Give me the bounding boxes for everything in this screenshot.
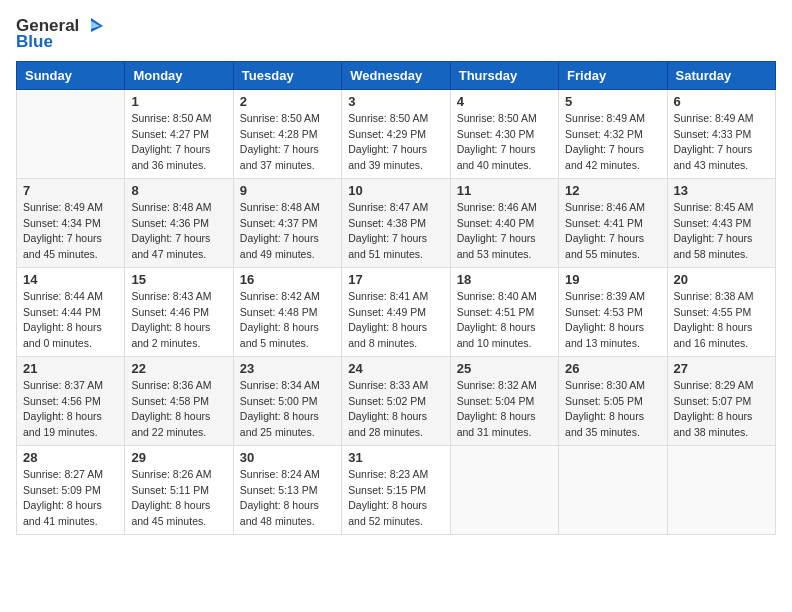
calendar-day-cell: 5 Sunrise: 8:49 AMSunset: 4:32 PMDayligh… xyxy=(559,89,667,178)
calendar-day-cell: 22 Sunrise: 8:36 AMSunset: 4:58 PMDaylig… xyxy=(125,356,233,445)
calendar-day-cell xyxy=(17,89,125,178)
calendar-day-cell: 9 Sunrise: 8:48 AMSunset: 4:37 PMDayligh… xyxy=(233,178,341,267)
day-header-saturday: Saturday xyxy=(667,61,775,89)
calendar-day-cell xyxy=(559,445,667,534)
day-number: 20 xyxy=(674,272,769,287)
day-info: Sunrise: 8:41 AMSunset: 4:49 PMDaylight:… xyxy=(348,289,443,352)
day-number: 7 xyxy=(23,183,118,198)
day-number: 19 xyxy=(565,272,660,287)
day-info: Sunrise: 8:27 AMSunset: 5:09 PMDaylight:… xyxy=(23,467,118,530)
calendar-day-cell: 23 Sunrise: 8:34 AMSunset: 5:00 PMDaylig… xyxy=(233,356,341,445)
calendar-day-cell: 25 Sunrise: 8:32 AMSunset: 5:04 PMDaylig… xyxy=(450,356,558,445)
day-info: Sunrise: 8:23 AMSunset: 5:15 PMDaylight:… xyxy=(348,467,443,530)
calendar-day-cell: 21 Sunrise: 8:37 AMSunset: 4:56 PMDaylig… xyxy=(17,356,125,445)
day-info: Sunrise: 8:46 AMSunset: 4:40 PMDaylight:… xyxy=(457,200,552,263)
day-header-monday: Monday xyxy=(125,61,233,89)
day-number: 8 xyxy=(131,183,226,198)
day-number: 12 xyxy=(565,183,660,198)
day-number: 4 xyxy=(457,94,552,109)
day-info: Sunrise: 8:24 AMSunset: 5:13 PMDaylight:… xyxy=(240,467,335,530)
day-info: Sunrise: 8:45 AMSunset: 4:43 PMDaylight:… xyxy=(674,200,769,263)
day-number: 16 xyxy=(240,272,335,287)
calendar-table: SundayMondayTuesdayWednesdayThursdayFrid… xyxy=(16,61,776,535)
day-header-friday: Friday xyxy=(559,61,667,89)
calendar-header-row: SundayMondayTuesdayWednesdayThursdayFrid… xyxy=(17,61,776,89)
day-number: 11 xyxy=(457,183,552,198)
day-info: Sunrise: 8:49 AMSunset: 4:34 PMDaylight:… xyxy=(23,200,118,263)
logo-blue-text: Blue xyxy=(16,32,103,52)
day-number: 15 xyxy=(131,272,226,287)
day-number: 22 xyxy=(131,361,226,376)
calendar-week-row: 14 Sunrise: 8:44 AMSunset: 4:44 PMDaylig… xyxy=(17,267,776,356)
calendar-day-cell: 15 Sunrise: 8:43 AMSunset: 4:46 PMDaylig… xyxy=(125,267,233,356)
day-info: Sunrise: 8:49 AMSunset: 4:32 PMDaylight:… xyxy=(565,111,660,174)
day-info: Sunrise: 8:34 AMSunset: 5:00 PMDaylight:… xyxy=(240,378,335,441)
calendar-day-cell: 17 Sunrise: 8:41 AMSunset: 4:49 PMDaylig… xyxy=(342,267,450,356)
day-info: Sunrise: 8:48 AMSunset: 4:36 PMDaylight:… xyxy=(131,200,226,263)
day-info: Sunrise: 8:26 AMSunset: 5:11 PMDaylight:… xyxy=(131,467,226,530)
day-number: 27 xyxy=(674,361,769,376)
calendar-day-cell: 10 Sunrise: 8:47 AMSunset: 4:38 PMDaylig… xyxy=(342,178,450,267)
calendar-day-cell: 13 Sunrise: 8:45 AMSunset: 4:43 PMDaylig… xyxy=(667,178,775,267)
calendar-day-cell: 14 Sunrise: 8:44 AMSunset: 4:44 PMDaylig… xyxy=(17,267,125,356)
day-info: Sunrise: 8:48 AMSunset: 4:37 PMDaylight:… xyxy=(240,200,335,263)
calendar-day-cell: 8 Sunrise: 8:48 AMSunset: 4:36 PMDayligh… xyxy=(125,178,233,267)
calendar-day-cell: 7 Sunrise: 8:49 AMSunset: 4:34 PMDayligh… xyxy=(17,178,125,267)
calendar-day-cell: 2 Sunrise: 8:50 AMSunset: 4:28 PMDayligh… xyxy=(233,89,341,178)
day-header-tuesday: Tuesday xyxy=(233,61,341,89)
day-info: Sunrise: 8:33 AMSunset: 5:02 PMDaylight:… xyxy=(348,378,443,441)
day-info: Sunrise: 8:37 AMSunset: 4:56 PMDaylight:… xyxy=(23,378,118,441)
calendar-day-cell: 20 Sunrise: 8:38 AMSunset: 4:55 PMDaylig… xyxy=(667,267,775,356)
day-info: Sunrise: 8:50 AMSunset: 4:27 PMDaylight:… xyxy=(131,111,226,174)
calendar-week-row: 7 Sunrise: 8:49 AMSunset: 4:34 PMDayligh… xyxy=(17,178,776,267)
day-number: 18 xyxy=(457,272,552,287)
day-info: Sunrise: 8:36 AMSunset: 4:58 PMDaylight:… xyxy=(131,378,226,441)
calendar-day-cell: 28 Sunrise: 8:27 AMSunset: 5:09 PMDaylig… xyxy=(17,445,125,534)
day-number: 10 xyxy=(348,183,443,198)
calendar-day-cell: 6 Sunrise: 8:49 AMSunset: 4:33 PMDayligh… xyxy=(667,89,775,178)
day-number: 2 xyxy=(240,94,335,109)
calendar-day-cell: 19 Sunrise: 8:39 AMSunset: 4:53 PMDaylig… xyxy=(559,267,667,356)
calendar-day-cell: 29 Sunrise: 8:26 AMSunset: 5:11 PMDaylig… xyxy=(125,445,233,534)
calendar-day-cell: 3 Sunrise: 8:50 AMSunset: 4:29 PMDayligh… xyxy=(342,89,450,178)
day-info: Sunrise: 8:29 AMSunset: 5:07 PMDaylight:… xyxy=(674,378,769,441)
day-number: 23 xyxy=(240,361,335,376)
day-info: Sunrise: 8:44 AMSunset: 4:44 PMDaylight:… xyxy=(23,289,118,352)
day-header-thursday: Thursday xyxy=(450,61,558,89)
day-number: 30 xyxy=(240,450,335,465)
day-number: 6 xyxy=(674,94,769,109)
day-number: 21 xyxy=(23,361,118,376)
day-info: Sunrise: 8:47 AMSunset: 4:38 PMDaylight:… xyxy=(348,200,443,263)
day-info: Sunrise: 8:38 AMSunset: 4:55 PMDaylight:… xyxy=(674,289,769,352)
day-info: Sunrise: 8:50 AMSunset: 4:30 PMDaylight:… xyxy=(457,111,552,174)
day-info: Sunrise: 8:50 AMSunset: 4:28 PMDaylight:… xyxy=(240,111,335,174)
day-info: Sunrise: 8:42 AMSunset: 4:48 PMDaylight:… xyxy=(240,289,335,352)
calendar-day-cell: 18 Sunrise: 8:40 AMSunset: 4:51 PMDaylig… xyxy=(450,267,558,356)
day-number: 3 xyxy=(348,94,443,109)
day-info: Sunrise: 8:49 AMSunset: 4:33 PMDaylight:… xyxy=(674,111,769,174)
day-number: 26 xyxy=(565,361,660,376)
calendar-day-cell: 16 Sunrise: 8:42 AMSunset: 4:48 PMDaylig… xyxy=(233,267,341,356)
day-number: 24 xyxy=(348,361,443,376)
day-number: 17 xyxy=(348,272,443,287)
day-info: Sunrise: 8:40 AMSunset: 4:51 PMDaylight:… xyxy=(457,289,552,352)
calendar-day-cell: 26 Sunrise: 8:30 AMSunset: 5:05 PMDaylig… xyxy=(559,356,667,445)
day-info: Sunrise: 8:50 AMSunset: 4:29 PMDaylight:… xyxy=(348,111,443,174)
calendar-week-row: 21 Sunrise: 8:37 AMSunset: 4:56 PMDaylig… xyxy=(17,356,776,445)
day-info: Sunrise: 8:39 AMSunset: 4:53 PMDaylight:… xyxy=(565,289,660,352)
calendar-day-cell xyxy=(450,445,558,534)
day-number: 14 xyxy=(23,272,118,287)
calendar-day-cell: 12 Sunrise: 8:46 AMSunset: 4:41 PMDaylig… xyxy=(559,178,667,267)
calendar-day-cell: 1 Sunrise: 8:50 AMSunset: 4:27 PMDayligh… xyxy=(125,89,233,178)
calendar-week-row: 28 Sunrise: 8:27 AMSunset: 5:09 PMDaylig… xyxy=(17,445,776,534)
day-number: 13 xyxy=(674,183,769,198)
day-info: Sunrise: 8:43 AMSunset: 4:46 PMDaylight:… xyxy=(131,289,226,352)
day-number: 29 xyxy=(131,450,226,465)
day-number: 28 xyxy=(23,450,118,465)
day-number: 25 xyxy=(457,361,552,376)
day-number: 1 xyxy=(131,94,226,109)
page-header: General Blue xyxy=(16,16,776,53)
day-info: Sunrise: 8:46 AMSunset: 4:41 PMDaylight:… xyxy=(565,200,660,263)
day-number: 31 xyxy=(348,450,443,465)
calendar-day-cell: 4 Sunrise: 8:50 AMSunset: 4:30 PMDayligh… xyxy=(450,89,558,178)
